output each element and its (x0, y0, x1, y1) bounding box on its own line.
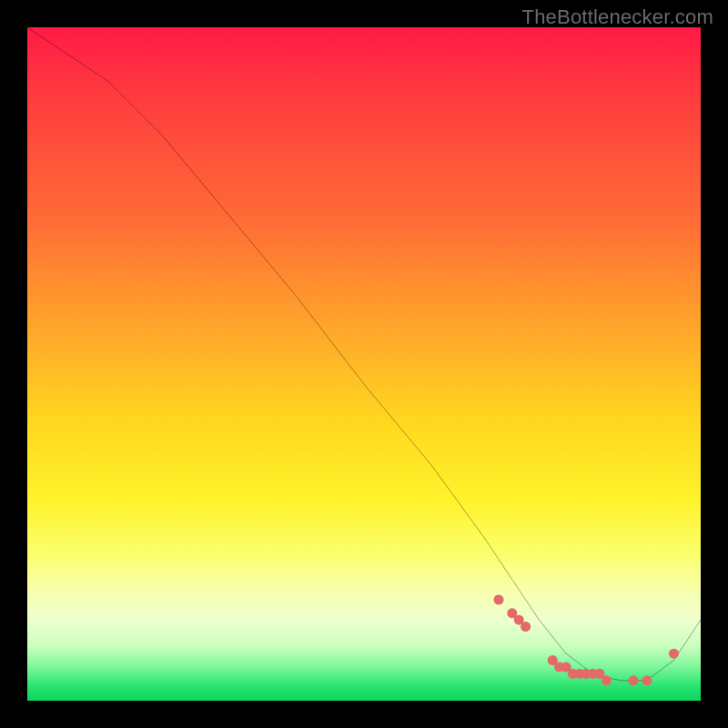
data-point (602, 675, 612, 685)
chart-svg (27, 27, 701, 701)
data-point (669, 649, 679, 659)
data-point (493, 594, 503, 604)
data-point (642, 675, 652, 685)
marker-group (493, 594, 679, 685)
data-point (628, 675, 638, 685)
bottleneck-curve (27, 27, 701, 681)
chart-frame: TheBottlenecker.com (0, 0, 728, 728)
data-point (521, 622, 531, 632)
attribution-text: TheBottlenecker.com (522, 5, 713, 29)
plot-area (27, 27, 701, 701)
